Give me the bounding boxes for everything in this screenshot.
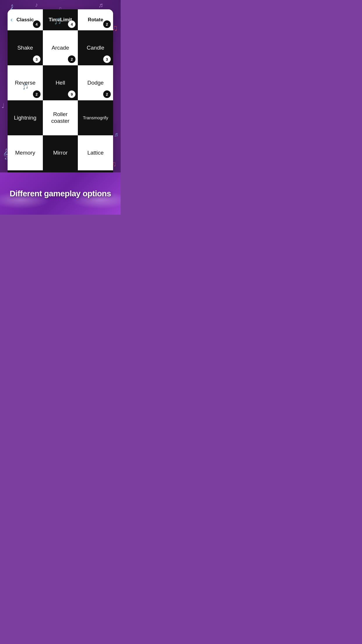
lattice-mode-cell[interactable]: Lattice [78,135,113,170]
banner-text: Different gameplay options [10,189,111,198]
music-note-10: ♬ [114,131,118,138]
mirror-label: Mirror [53,150,68,156]
candle-label: Candle [87,45,104,51]
timelimit-badge: 4 [68,20,75,28]
memory-mode-cell[interactable]: Memory [8,135,43,170]
transmogrify-mode-cell[interactable]: Transmogrify [78,100,113,135]
timelimit-mode-header[interactable]: TimeLimit 4 🎵 [43,9,78,30]
reverse-music-icon: 🎵 [22,83,29,90]
row-reverse-hell-dodge: Reverse 🎵 2 Hell 9 Dodge 2 [8,65,113,100]
dodge-badge: 2 [103,90,111,98]
reverse-mode-cell[interactable]: Reverse 🎵 2 [8,65,43,100]
transmogrify-label: Transmogrify [83,115,108,120]
row-lightning-rollercoaster-transmogrify: Lightning Rollercoaster Transmogrify [8,100,113,135]
arcade-badge: 2 [68,55,75,63]
dodge-mode-cell[interactable]: Dodge 2 [78,65,113,100]
lightning-mode-cell[interactable]: Lightning [8,100,43,135]
music-note-9: ♩ [1,102,4,110]
rotate-mode-header[interactable]: Rotate 2 [78,9,113,30]
shake-label: Shake [17,45,33,51]
mirror-mode-cell[interactable]: Mirror [43,135,78,170]
timelimit-music-icon: 🎵 [54,18,62,25]
lattice-label: Lattice [87,150,104,156]
rollercoaster-mode-cell[interactable]: Rollercoaster [43,100,78,135]
row-shake-arcade-candle: Shake 3 Arcade 2 Candle 3 [8,30,113,65]
rollercoaster-label: Rollercoaster [51,111,69,125]
bottom-banner: Different gameplay options [0,172,121,215]
rotate-label: Rotate [88,17,103,23]
music-note-4: ♬ [99,1,103,9]
music-note-2: ♪ [35,1,38,8]
memory-label: Memory [15,150,35,156]
back-icon[interactable]: ‹ [10,16,13,24]
arcade-mode-cell[interactable]: Arcade 2 [43,30,78,65]
hell-mode-cell[interactable]: Hell 9 [43,65,78,100]
hell-label: Hell [56,80,65,86]
candle-mode-cell[interactable]: Candle 3 [78,30,113,65]
reverse-badge: 2 [33,90,41,98]
classic-label: Classic [17,17,34,23]
shake-badge: 3 [33,55,41,63]
row-memory-mirror-lattice: Memory Mirror Lattice [8,135,113,170]
arcade-label: Arcade [52,45,69,51]
hell-badge: 9 [68,90,75,98]
candle-badge: 3 [103,55,111,63]
classic-mode-header[interactable]: ‹ Classic 4 [8,9,43,30]
header-row: ‹ Classic 4 TimeLimit 4 🎵 Rotate 2 [8,9,113,30]
dodge-label: Dodge [87,80,104,86]
lightning-label: Lightning [14,115,36,121]
classic-badge: 4 [33,20,41,28]
rotate-badge: 2 [103,20,111,28]
shake-mode-cell[interactable]: Shake 3 [8,30,43,65]
game-modes-card: ‹ Classic 4 TimeLimit 4 🎵 Rotate 2 Shake… [8,9,113,180]
